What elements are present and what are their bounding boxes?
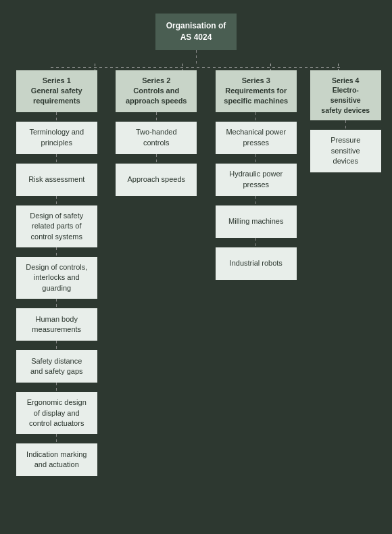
s1-item-6-label: Safety distanceand safety gaps: [30, 356, 83, 377]
series2-header-label: Series 2Controls andapproach speeds: [126, 76, 187, 107]
h-bar-container: [7, 64, 385, 70]
col-series2: Series 2Controls andapproach speeds Two-…: [112, 70, 200, 196]
col1-tick: [51, 64, 139, 70]
s1-item-3: Design of safetyrelated parts ofcontrol …: [16, 205, 97, 247]
s2-c0: [156, 112, 157, 122]
s2-item-2-label: Approach speeds: [127, 174, 185, 185]
s1-item-5: Human bodymeasurements: [16, 308, 97, 341]
s1-item-4-label: Design of controls,interlocks andguardin…: [26, 262, 87, 293]
root-node: Organisation ofAS 4024: [155, 14, 237, 50]
s2-item-1: Two-handedcontrols: [116, 122, 197, 154]
series-columns: Series 1General safetyrequirements Termi…: [7, 70, 385, 477]
col-series3: Series 3Requirements forspecific machine…: [212, 70, 300, 280]
s3-item-1: Mechanical powerpresses: [216, 122, 297, 154]
col3-tick: [226, 64, 314, 70]
s1-item-1-label: Terminology andprinciples: [29, 127, 84, 148]
root-label: Organisation ofAS 4024: [166, 21, 226, 42]
s3-item-3: Milling machines: [216, 205, 297, 238]
s1-item-4: Design of controls,interlocks andguardin…: [16, 257, 97, 299]
s1-item-1: Terminology andprinciples: [16, 122, 97, 154]
s3-c3: [255, 238, 256, 247]
s3-c1: [255, 154, 256, 164]
s3-item-3-label: Milling machines: [228, 216, 283, 226]
s3-item-2: Hydraulic powerpresses: [216, 164, 297, 196]
s1-c1: [56, 154, 57, 164]
series3-header-label: Series 3Requirements forspecific machine…: [224, 76, 288, 107]
root-section: Organisation ofAS 4024: [7, 14, 385, 64]
s1-item-6: Safety distanceand safety gaps: [16, 350, 97, 383]
s4-item-1-label: Pressure sensitivedevices: [318, 135, 373, 166]
s1-c0: [56, 112, 57, 122]
s1-c5: [56, 341, 57, 350]
s3-item-2-label: Hydraulic powerpresses: [229, 169, 283, 190]
s1-c6: [56, 383, 57, 392]
root-v-connector: [196, 50, 197, 64]
s1-c7: [56, 434, 57, 443]
s3-c2: [255, 196, 256, 205]
series1-header-label: Series 1General safetyrequirements: [31, 76, 82, 107]
s3-item-4-label: Industrial robots: [230, 258, 283, 268]
s1-item-3-label: Design of safetyrelated parts ofcontrol …: [30, 211, 83, 242]
s1-item-8-label: Indication markingand actuation: [26, 450, 87, 470]
s1-c4: [56, 299, 57, 308]
s4-c0: [345, 120, 346, 130]
s4-item-1: Pressure sensitivedevices: [310, 130, 381, 172]
s3-item-4: Industrial robots: [216, 247, 297, 280]
s3-c0: [255, 112, 256, 122]
s1-item-5-label: Human bodymeasurements: [32, 314, 81, 335]
s1-item-2: Risk assessment: [16, 164, 97, 196]
col2-tick: [139, 64, 226, 70]
s2-item-2: Approach speeds: [116, 164, 197, 196]
series4-header: Series 4Electro-sensitivesafety devices: [310, 70, 381, 121]
s1-item-7-label: Ergonomic designof display andcontrol ac…: [27, 397, 87, 429]
s1-c3: [56, 247, 57, 257]
series4-header-label: Series 4Electro-sensitivesafety devices: [318, 76, 373, 116]
s1-c2: [56, 196, 57, 205]
s1-item-2-label: Risk assessment: [28, 174, 84, 185]
series1-header: Series 1General safetyrequirements: [16, 70, 97, 112]
s2-item-1-label: Two-handedcontrols: [136, 127, 177, 148]
series2-header: Series 2Controls andapproach speeds: [116, 70, 197, 112]
series3-header: Series 3Requirements forspecific machine…: [216, 70, 297, 112]
col4-tick: [314, 64, 362, 70]
s1-item-8: Indication markingand actuation: [16, 443, 97, 476]
s3-item-1-label: Mechanical powerpresses: [226, 127, 286, 148]
col-series1: Series 1General safetyrequirements Termi…: [13, 70, 101, 477]
s2-c1: [156, 154, 157, 164]
col-series4: Series 4Electro-sensitivesafety devices …: [312, 70, 379, 172]
org-chart: Organisation ofAS 4024 Series 1General s…: [7, 14, 385, 476]
s1-item-7: Ergonomic designof display andcontrol ac…: [16, 392, 97, 434]
